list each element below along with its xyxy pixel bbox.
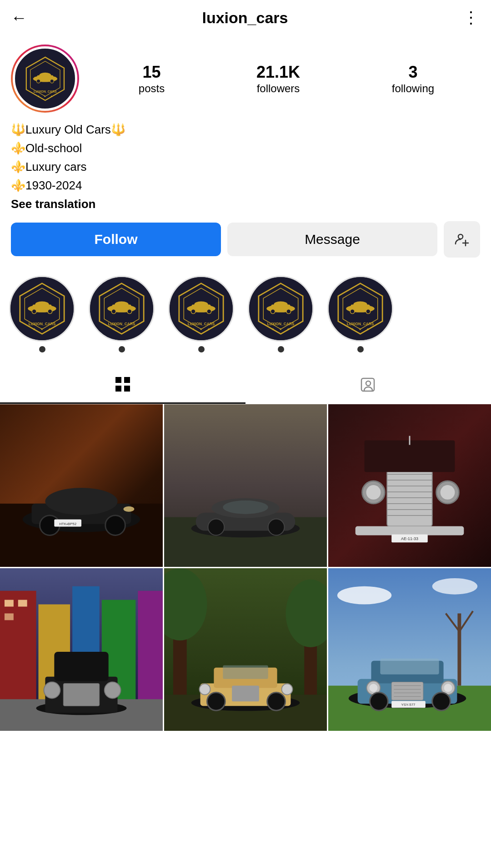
highlight-item-4[interactable]: LUXION_CARS ★ ★ ★ (248, 276, 314, 352)
svg-point-5 (39, 72, 51, 78)
svg-point-20 (35, 302, 49, 308)
svg-rect-129 (18, 600, 27, 607)
svg-point-150 (207, 692, 225, 710)
svg-text:★: ★ (366, 327, 369, 331)
svg-rect-134 (63, 684, 100, 706)
svg-point-57 (271, 309, 275, 314)
see-translation-button[interactable]: See translation (11, 197, 480, 211)
following-label: following (392, 82, 434, 95)
svg-text:LUXION_CARS: LUXION_CARS (29, 322, 56, 326)
grid-icon (115, 376, 131, 392)
bio-line-1: 🔱Luxury Old Cars🔱 (11, 121, 480, 139)
profile-top: LUXION_CARS ★ ★ ★ 15 posts 21.1K followe… (11, 45, 480, 113)
stat-posts[interactable]: 15 posts (139, 62, 165, 94)
svg-text:★: ★ (112, 327, 115, 331)
svg-rect-127 (138, 591, 163, 717)
highlight-item-1[interactable]: LUXION_CARS ★ ★ ★ (9, 276, 75, 352)
svg-point-45 (191, 309, 195, 314)
svg-text:LUXION_CARS: LUXION_CARS (108, 322, 135, 326)
svg-point-157 (432, 578, 477, 595)
svg-text:★: ★ (120, 327, 123, 331)
highlight-item-5[interactable]: LUXION_CARS ★ ★ ★ (327, 276, 393, 352)
svg-point-151 (267, 692, 286, 710)
grid-item-4[interactable] (0, 568, 163, 731)
svg-point-156 (337, 586, 391, 605)
page-title: luxion_cars (202, 9, 288, 27)
svg-rect-165 (380, 659, 439, 675)
svg-text:★: ★ (271, 327, 274, 331)
highlight-dot-3 (198, 346, 205, 352)
tabs-row (0, 366, 491, 404)
highlights-section: LUXION_CARS ★ ★ ★ LUXION_CARS (0, 267, 491, 362)
svg-point-68 (353, 302, 367, 308)
bio-section: 🔱Luxury Old Cars🔱 ⚜️Old-school ⚜️Luxury … (11, 121, 480, 211)
svg-point-32 (115, 302, 129, 308)
svg-rect-123 (0, 591, 36, 717)
bio-line-2: ⚜️Old-school (11, 139, 480, 157)
svg-point-136 (105, 682, 121, 699)
highlight-circle-1: LUXION_CARS ★ ★ ★ (9, 276, 75, 342)
svg-point-44 (194, 302, 208, 308)
svg-point-113 (366, 485, 381, 500)
svg-point-98 (223, 501, 268, 514)
tab-grid[interactable] (0, 366, 246, 404)
svg-point-69 (350, 309, 355, 314)
svg-rect-103 (387, 467, 432, 526)
svg-point-34 (127, 309, 132, 314)
svg-point-89 (123, 506, 134, 512)
highlight-dot-4 (278, 346, 284, 352)
svg-text:★: ★ (359, 327, 361, 331)
grid-item-1[interactable]: HTK•BP52 (0, 404, 163, 567)
grid-item-6[interactable]: YSY-577 (328, 568, 491, 731)
svg-text:LUXION_CARS: LUXION_CARS (188, 322, 215, 326)
svg-rect-130 (5, 613, 14, 620)
svg-point-21 (32, 309, 36, 314)
stat-following[interactable]: 3 following (392, 62, 434, 94)
svg-point-22 (48, 309, 52, 314)
svg-text:★: ★ (50, 94, 53, 97)
svg-point-7 (50, 79, 54, 83)
svg-text:★: ★ (200, 327, 202, 331)
more-options-button[interactable]: ⋮ (463, 8, 480, 27)
svg-point-33 (111, 309, 116, 314)
photo-grid: HTK•BP52 (0, 404, 491, 731)
svg-point-56 (274, 302, 288, 308)
svg-point-86 (45, 488, 117, 515)
svg-rect-166 (391, 682, 423, 700)
svg-point-6 (36, 79, 40, 83)
follow-button[interactable]: Follow (11, 223, 221, 256)
svg-rect-75 (115, 377, 121, 383)
tab-tagged[interactable] (246, 366, 491, 404)
message-button[interactable]: Message (227, 223, 437, 256)
grid-item-5[interactable] (164, 568, 327, 731)
stat-followers[interactable]: 21.1K followers (256, 62, 300, 94)
svg-text:★: ★ (128, 327, 130, 331)
svg-rect-77 (115, 386, 121, 392)
svg-rect-117 (365, 441, 455, 472)
svg-point-135 (44, 682, 60, 699)
svg-point-172 (369, 684, 377, 692)
highlight-dot-1 (39, 346, 45, 352)
highlight-item-3[interactable]: LUXION_CARS ★ ★ ★ (168, 276, 234, 352)
svg-text:★: ★ (37, 94, 39, 97)
grid-item-2[interactable] (164, 404, 327, 567)
back-button[interactable]: ← (11, 8, 27, 27)
highlight-item-2[interactable]: LUXION_CARS ★ ★ ★ (89, 276, 155, 352)
header: ← luxion_cars ⋮ (0, 0, 491, 35)
svg-point-12 (458, 234, 463, 239)
highlight-circle-5: LUXION_CARS ★ ★ ★ (327, 276, 393, 342)
bio-line-4: ⚜️1930-2024 (11, 177, 480, 194)
add-friend-button[interactable] (444, 221, 480, 258)
svg-point-88 (105, 516, 125, 536)
avatar: LUXION_CARS ★ ★ ★ (13, 46, 77, 111)
avatar-wrapper[interactable]: LUXION_CARS ★ ★ ★ (11, 45, 79, 113)
stats-row: 15 posts 21.1K followers 3 following (93, 62, 480, 94)
svg-text:LUXION_CARS: LUXION_CARS (34, 90, 57, 94)
svg-point-70 (366, 309, 371, 314)
svg-rect-116 (356, 526, 464, 536)
svg-rect-76 (124, 377, 130, 383)
grid-item-3[interactable]: AE-11-33 (328, 404, 491, 567)
action-buttons: Follow Message (11, 221, 480, 258)
svg-text:★: ★ (33, 327, 35, 331)
svg-point-80 (366, 381, 371, 386)
